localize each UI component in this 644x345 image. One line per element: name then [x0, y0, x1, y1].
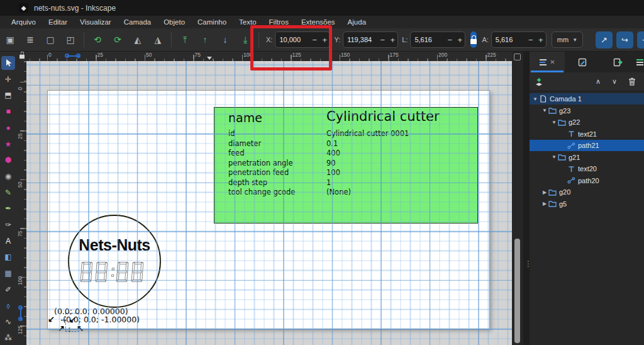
selection-bbox-icon[interactable]: ◰	[62, 31, 79, 48]
tree-item-text20[interactable]: text20	[530, 163, 644, 174]
raise-icon[interactable]: ↑	[197, 31, 213, 48]
ruler-corner[interactable]	[16, 52, 26, 61]
tree-item-path21[interactable]: path21	[530, 140, 644, 151]
move-transform-icon[interactable]: ↗	[596, 31, 613, 48]
menu-visualizar[interactable]: Visualizar	[74, 17, 118, 27]
spiral-tool[interactable]: ◉	[1, 169, 15, 183]
unit-dropdown[interactable]: mm ▼	[552, 31, 583, 48]
mesh-gradient-tool[interactable]: ▦	[1, 266, 15, 280]
gradient-tool[interactable]: ◧	[1, 250, 15, 264]
x-minus-button[interactable]: −	[309, 35, 319, 45]
lock-ratio-button[interactable]	[470, 31, 477, 48]
width-input[interactable]: 5,616 − +	[410, 31, 465, 48]
selection-handle-arrow-icon[interactable]: ↙	[69, 316, 76, 324]
rotate-cw-icon[interactable]: ⟳	[109, 31, 126, 48]
expand-arrow-icon[interactable]: ▼	[551, 120, 557, 125]
selection-handle-arrow-icon[interactable]: ↖	[77, 325, 84, 332]
tab-export[interactable]	[600, 52, 635, 72]
selection-handle-arrow-icon[interactable]: ↕	[67, 325, 72, 333]
scale-corners-icon[interactable]: ⇥	[637, 31, 644, 48]
drawing-canvas[interactable]: name Cylindrical cutter idCylindrical cu…	[26, 61, 512, 345]
tree-item-g23[interactable]: ▼g23	[530, 105, 644, 116]
pencil-tool[interactable]: ✎	[1, 186, 15, 200]
select-all-icon[interactable]: ▣	[2, 31, 18, 48]
rectangle-tool[interactable]: ■	[1, 105, 15, 118]
delete-button[interactable]	[623, 77, 641, 86]
menu-editar[interactable]: Editar	[42, 17, 74, 27]
add-layer-button[interactable]	[530, 77, 548, 86]
menu-extensões[interactable]: Extensões	[295, 17, 341, 27]
tab-edit[interactable]	[565, 52, 600, 72]
horizontal-ruler[interactable]: 0255075100125150175200225	[26, 52, 512, 61]
menu-camada[interactable]: Camada	[118, 17, 157, 27]
lower-to-bottom-icon[interactable]: ⤓	[237, 31, 253, 48]
menu-caminho[interactable]: Caminho	[191, 17, 233, 27]
menu-arquivo[interactable]: Arquivo	[5, 17, 42, 27]
tree-item-g20[interactable]: ▶g20	[530, 186, 644, 198]
selector-tool[interactable]	[1, 56, 15, 70]
guide-handle-horizontal[interactable]	[65, 54, 81, 59]
rotate-ccw-icon[interactable]: ⟲	[89, 31, 106, 48]
move-up-button[interactable]: ∧	[590, 77, 606, 86]
panel-divider[interactable]: ⋮	[523, 52, 530, 345]
select-all-layers-icon[interactable]: ≣	[22, 31, 38, 48]
deselect-icon[interactable]: ▢	[42, 31, 58, 48]
tree-item-g22[interactable]: ▼g22	[530, 116, 644, 128]
canvas-corner-button[interactable]	[514, 54, 521, 60]
shape-builder-tool[interactable]: ⬒	[1, 88, 15, 102]
box3d-tool[interactable]: ⬢	[1, 153, 15, 167]
selection-handle-arrow-icon[interactable]: ↔	[59, 315, 67, 323]
x-plus-button[interactable]: +	[319, 35, 330, 45]
tweak-tool[interactable]: ∿	[1, 315, 15, 329]
y-plus-button[interactable]: +	[387, 35, 397, 45]
tree-item-g21[interactable]: ▼g21	[530, 152, 644, 163]
tree-item-path20[interactable]: path20	[530, 175, 644, 186]
vertical-scrollbar[interactable]	[512, 52, 523, 345]
move-down-button[interactable]: ∨	[606, 77, 623, 86]
ellipse-tool[interactable]: ●	[1, 121, 15, 135]
menu-filtros[interactable]: Filtros	[263, 17, 295, 27]
tree-item-g5[interactable]: ▶g5	[530, 198, 644, 210]
node-tool[interactable]: ✛	[1, 72, 15, 86]
tree-item-label: g20	[559, 188, 570, 196]
height-minus-button[interactable]: −	[526, 35, 536, 45]
gcodetools-tool-table[interactable]: name Cylindrical cutter idCylindrical cu…	[214, 107, 478, 223]
selection-handle-arrow-icon[interactable]: ↗	[58, 325, 65, 332]
tab-layers-objects[interactable]: ✕	[530, 52, 565, 72]
menu-ajuda[interactable]: Ajuda	[341, 17, 372, 27]
height-plus-button[interactable]: +	[536, 35, 546, 45]
close-icon[interactable]: ✕	[550, 59, 555, 65]
paint-bucket-tool[interactable]: ⬨	[1, 299, 15, 313]
width-minus-button[interactable]: −	[445, 35, 455, 45]
menu-objeto[interactable]: Objeto	[157, 17, 191, 27]
x-input[interactable]: 10,000 − +	[275, 31, 330, 48]
flip-vertical-icon[interactable]: ◮	[150, 31, 166, 48]
menu-texto[interactable]: Texto	[233, 17, 263, 27]
tree-item-camada-1[interactable]: ▼Camada 1	[530, 93, 644, 105]
expand-arrow-icon[interactable]: ▶	[541, 201, 548, 206]
lower-icon[interactable]: ↓	[217, 31, 233, 48]
raise-to-top-icon[interactable]: ⤒	[177, 31, 193, 48]
star-tool[interactable]: ★	[1, 137, 15, 151]
tab-extra[interactable]	[635, 52, 644, 72]
dropper-tool[interactable]: ✐	[1, 283, 15, 297]
vertical-ruler[interactable]: 0255075100125	[16, 61, 26, 345]
selection-handle-arrow-icon[interactable]: ↙	[48, 315, 55, 323]
vertical-scrollbar-thumb[interactable]	[514, 239, 520, 343]
width-plus-button[interactable]: +	[455, 35, 465, 45]
spray-tool[interactable]: ⁂	[1, 331, 15, 345]
guide-handle-vertical[interactable]	[18, 305, 23, 322]
calligraphy-tool[interactable]: ✑	[1, 218, 15, 232]
expand-arrow-icon[interactable]: ▼	[532, 96, 538, 102]
pen-tool[interactable]: ✒	[1, 201, 15, 215]
y-input[interactable]: 119,384 − +	[343, 31, 398, 48]
height-input[interactable]: 5,616 − +	[491, 31, 547, 48]
expand-arrow-icon[interactable]: ▶	[541, 189, 548, 195]
flip-horizontal-icon[interactable]: ◭	[130, 31, 146, 48]
expand-arrow-icon[interactable]: ▼	[551, 154, 557, 160]
tree-item-text21[interactable]: text21	[530, 128, 644, 140]
text-tool[interactable]: A	[1, 234, 15, 248]
y-minus-button[interactable]: −	[377, 35, 387, 45]
expand-arrow-icon[interactable]: ▼	[541, 108, 548, 113]
scale-stroke-icon[interactable]: ↪	[616, 31, 633, 48]
